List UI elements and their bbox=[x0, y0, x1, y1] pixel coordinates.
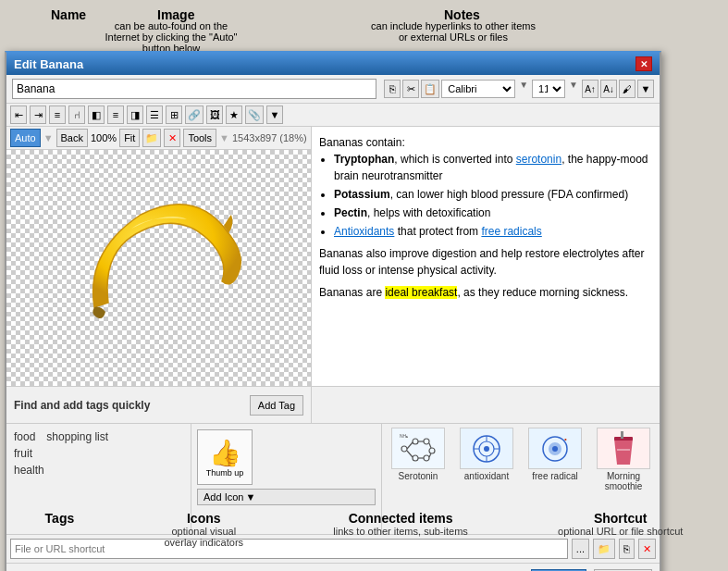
tag-fruit: fruit bbox=[12, 446, 185, 461]
tag-section-left: Find and add tags quickly Add Tag bbox=[6, 387, 312, 423]
tag-section-right bbox=[312, 402, 660, 409]
svg-point-3 bbox=[429, 448, 435, 453]
special-btn[interactable]: ★ bbox=[226, 106, 242, 124]
main-content: Auto ▼ Back 100% Fit 📁 ✕ Tools ▼ 1543x89… bbox=[6, 127, 660, 386]
formatting-toolbar: ⇤ ⇥ ≡ ⑁ ◧ ≡ ◨ ☰ ⊞ 🔗 🖼 ★ 📎 ▼ bbox=[6, 104, 660, 127]
svg-point-1 bbox=[413, 439, 418, 444]
free-radical-image: • bbox=[528, 428, 582, 469]
bottom-label-connected: Connected items links to other items, su… bbox=[333, 511, 468, 537]
image-sub-annotation: can be auto-found on the Internet by cli… bbox=[97, 20, 245, 54]
thumbup-icon: 👍 bbox=[209, 438, 241, 468]
free-radical-label: free radical bbox=[532, 471, 577, 481]
svg-line-9 bbox=[429, 453, 431, 457]
format-btn[interactable]: 🖌 bbox=[619, 80, 635, 98]
copy-btn[interactable]: ⎘ bbox=[384, 80, 401, 98]
name-row: ⎘ ✂ 📋 Calibri ▼ 11 ▼ A↑ A↓ 🖌 ▼ bbox=[6, 75, 660, 104]
svg-line-6 bbox=[407, 442, 413, 449]
serotonin-image: NH₂ bbox=[391, 428, 445, 469]
find-add-tags-text: Find and add tags quickly bbox=[14, 399, 150, 412]
notes-panel: Bananas contain: Tryptophan, which is co… bbox=[312, 127, 660, 386]
align-right-btn[interactable]: ◨ bbox=[127, 106, 143, 124]
notes-bullet-1: Tryptophan, which is converted into sero… bbox=[334, 151, 652, 184]
tag-food: food bbox=[12, 429, 37, 444]
auto-button[interactable]: Auto bbox=[10, 129, 41, 147]
image-area bbox=[6, 150, 311, 386]
svg-rect-25 bbox=[621, 431, 623, 439]
delete-img-btn[interactable]: ✕ bbox=[164, 129, 180, 147]
svg-point-2 bbox=[424, 439, 429, 444]
tag-health: health bbox=[12, 463, 185, 478]
svg-text:NH₂: NH₂ bbox=[400, 433, 408, 439]
numbered-btn[interactable]: ⑁ bbox=[68, 106, 85, 124]
notes-paragraph-1: Bananas also improve digestion and help … bbox=[319, 245, 652, 279]
serotonin-label: Serotonin bbox=[399, 471, 438, 481]
svg-point-5 bbox=[413, 455, 418, 461]
zoom-level: 100% bbox=[91, 132, 117, 143]
align-center-btn[interactable]: ≡ bbox=[107, 106, 124, 124]
smoothie-image bbox=[597, 428, 650, 469]
svg-line-8 bbox=[429, 443, 431, 448]
add-icon-button[interactable]: Add Icon ▼ bbox=[197, 489, 376, 505]
bottom-label-shortcut: Shortcut optional URL or file shortcut bbox=[558, 511, 683, 537]
svg-text:•: • bbox=[564, 435, 567, 443]
tag-row-top: food shopping list bbox=[12, 429, 185, 444]
svg-point-4 bbox=[424, 455, 429, 461]
align-left-btn[interactable]: ◧ bbox=[88, 106, 105, 124]
notes-bullet-2: Potassium, can lower high blood pressure… bbox=[334, 186, 652, 203]
image-size-info: 1543x897 (18%) bbox=[232, 132, 307, 143]
indent-more-btn[interactable]: ⇥ bbox=[30, 106, 46, 124]
align-justify-btn[interactable]: ☰ bbox=[146, 106, 163, 124]
font-select[interactable]: Calibri bbox=[441, 80, 515, 98]
svg-point-15 bbox=[484, 446, 489, 452]
dialog-title: Edit Banana bbox=[14, 57, 83, 71]
bottom-label-icons: Icons optional visualoverlay indicators bbox=[164, 511, 243, 548]
edit-banana-dialog: Edit Banana ✕ ⎘ ✂ 📋 Calibri ▼ 11 ▼ A↑ A↓… bbox=[5, 51, 661, 571]
bullets-btn[interactable]: ≡ bbox=[49, 106, 66, 124]
tag-section: Find and add tags quickly Add Tag bbox=[6, 386, 660, 423]
close-button[interactable]: ✕ bbox=[635, 56, 652, 71]
more2-btn[interactable]: ▼ bbox=[266, 106, 283, 124]
fit-button[interactable]: Fit bbox=[119, 129, 140, 147]
notes-bullet-4: Antioxidants that protect from free radi… bbox=[334, 223, 652, 240]
svg-point-22 bbox=[552, 446, 558, 452]
cut-btn[interactable]: ✂ bbox=[402, 80, 419, 98]
notes-sub-annotation: can include hyperlinks to other itemsor … bbox=[352, 20, 555, 43]
image-toolbar: Auto ▼ Back 100% Fit 📁 ✕ Tools ▼ 1543x89… bbox=[6, 127, 311, 150]
antioxidant-label: antioxidant bbox=[464, 471, 509, 481]
attach-btn[interactable]: 📎 bbox=[245, 106, 264, 124]
connected-item-antioxidant[interactable]: antioxidant bbox=[454, 428, 519, 481]
thumbup-icon-container: 👍 Thumb up bbox=[197, 429, 253, 485]
notes-content[interactable]: Bananas contain: Tryptophan, which is co… bbox=[312, 127, 660, 386]
connected-item-free-radical[interactable]: • free radical bbox=[523, 428, 587, 481]
svg-line-11 bbox=[407, 451, 413, 457]
fontsize-select[interactable]: 11 bbox=[532, 80, 565, 98]
notes-bullet-3: Pectin, helps with detoxification bbox=[334, 205, 652, 221]
add-tag-button[interactable]: Add Tag bbox=[250, 395, 303, 416]
add-icon-dropdown-arrow: ▼ bbox=[245, 491, 255, 503]
bottom-labels: Tags Icons optional visualoverlay indica… bbox=[0, 506, 728, 571]
notes-intro: Bananas contain: bbox=[319, 134, 652, 151]
more-btn[interactable]: ▼ bbox=[637, 80, 654, 98]
thumbup-label: Thumb up bbox=[206, 468, 244, 478]
dialog-titlebar: Edit Banana ✕ bbox=[6, 53, 660, 75]
tools-button[interactable]: Tools bbox=[183, 129, 216, 147]
open-folder-btn[interactable]: 📁 bbox=[142, 129, 161, 147]
smoothie-label: Morning smoothie bbox=[591, 471, 656, 491]
paste-btn[interactable]: 📋 bbox=[421, 80, 439, 98]
notes-paragraph-2: Bananas are ideal breakfast, as they red… bbox=[319, 284, 652, 301]
antioxidant-image bbox=[460, 428, 513, 469]
img-btn[interactable]: 🖼 bbox=[206, 106, 223, 124]
font-smaller-btn[interactable]: A↓ bbox=[600, 80, 617, 98]
banana-image bbox=[67, 196, 252, 340]
table-btn[interactable]: ⊞ bbox=[166, 106, 182, 124]
connected-item-smoothie[interactable]: Morning smoothie bbox=[591, 428, 656, 491]
name-annotation: Name bbox=[51, 7, 86, 22]
link-btn[interactable]: 🔗 bbox=[185, 106, 204, 124]
tag-shopping-list: shopping list bbox=[44, 429, 110, 444]
indent-less-btn[interactable]: ⇤ bbox=[10, 106, 27, 124]
svg-point-0 bbox=[401, 446, 407, 452]
back-button[interactable]: Back bbox=[56, 129, 88, 147]
connected-item-serotonin[interactable]: NH₂ Serotonin bbox=[386, 428, 450, 481]
font-bigger-btn[interactable]: A↑ bbox=[582, 80, 598, 98]
name-input[interactable] bbox=[12, 79, 376, 99]
